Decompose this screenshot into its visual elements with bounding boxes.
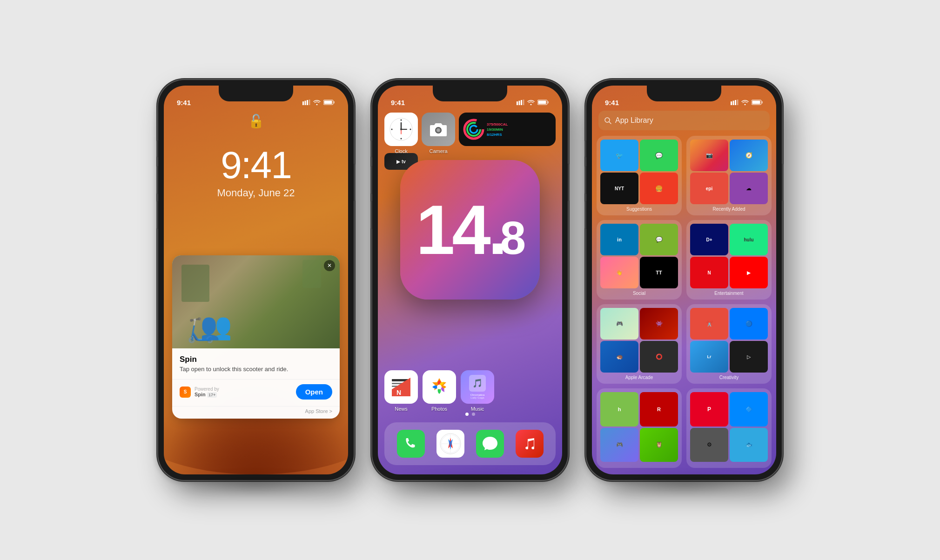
mute-button[interactable] (370, 140, 372, 157)
phone-shadow (606, 475, 762, 494)
svg-rect-46 (731, 101, 732, 105)
notification-image-inner: 🛴 👥 (172, 255, 340, 348)
status-time: 9:41 (391, 99, 405, 107)
social-label: Social (600, 291, 678, 296)
svg-line-55 (609, 122, 611, 124)
messages-dock-icon[interactable] (476, 430, 504, 458)
svg-point-25 (400, 128, 402, 130)
volume-down-button[interactable] (156, 201, 158, 229)
status-time: 9:41 (177, 99, 191, 107)
svg-rect-52 (762, 101, 763, 104)
svg-rect-0 (302, 101, 304, 105)
camera-app[interactable]: Camera (422, 113, 455, 154)
app-dock (384, 422, 556, 465)
svg-rect-1 (305, 101, 306, 106)
volume-up-button[interactable] (584, 166, 586, 194)
svg-point-50 (745, 104, 746, 106)
phone-home-screen: 9:41 (372, 80, 568, 480)
recently-added-label: Recently Added (690, 207, 768, 212)
social-group[interactable]: in 💬 👋 TT Social (597, 220, 682, 300)
music-dock-icon[interactable] (516, 430, 544, 458)
powered-by-text: Powered by Spin 17+ (195, 387, 219, 397)
apple-arcade-group[interactable]: 🎮 👾 🦔 ⭕ Apple Arcade (597, 304, 682, 384)
notification-brand: S Powered by Spin 17+ (180, 387, 219, 398)
open-button[interactable]: Open (296, 384, 332, 400)
svg-rect-14 (548, 101, 549, 104)
volume-down-button[interactable] (370, 201, 372, 229)
svg-rect-2 (307, 100, 308, 105)
music-app[interactable]: 🎵 Chromatica Lady Gaga Music (461, 370, 494, 412)
page-dot-active (465, 413, 469, 416)
notification-footer: S Powered by Spin 17+ Open (172, 379, 340, 406)
phone-lock-screen: 9:41 🔓 9:41 Monday, June 22 🛴 (158, 80, 354, 480)
app-library-search[interactable]: App Library (598, 111, 770, 130)
notch (219, 86, 293, 101)
page-dot (472, 413, 475, 416)
svg-point-4 (316, 104, 318, 106)
status-icons (302, 100, 335, 105)
phone-app-library: 9:41 App Library 🐦 💬 NYT 🍔 Sug (586, 80, 782, 480)
power-button[interactable] (782, 164, 784, 201)
svg-rect-53 (752, 101, 760, 104)
power-button[interactable] (568, 164, 570, 201)
misc-group-1[interactable]: h R 🎮 🦉 (597, 388, 682, 468)
notification-close-button[interactable]: ✕ (324, 260, 335, 271)
svg-point-30 (467, 123, 480, 136)
page-dots (378, 413, 562, 416)
ios14-version-overlay: 14. 8 (400, 160, 540, 300)
volume-up-button[interactable] (156, 166, 158, 194)
entertainment-group[interactable]: D+ hulu N ▶ Entertainment (686, 220, 772, 300)
power-button[interactable] (354, 164, 356, 201)
activity-widget[interactable]: 375/500CAL 19/30MIN 8/12HRS (459, 113, 556, 146)
music-label: Music (471, 406, 484, 412)
svg-rect-48 (735, 100, 736, 105)
svg-rect-49 (737, 100, 739, 105)
notch (433, 86, 507, 101)
app-library-screen: 9:41 App Library 🐦 💬 NYT 🍔 Sug (592, 86, 776, 474)
svg-text:N: N (396, 389, 401, 396)
notification-title: Spin (180, 355, 332, 364)
status-icons (731, 100, 763, 105)
clock-app[interactable]: Clock (384, 113, 418, 154)
svg-rect-3 (309, 100, 310, 105)
notch (647, 86, 721, 101)
ios-version-major: 14. (416, 195, 505, 265)
svg-point-19 (401, 138, 402, 140)
status-icons (517, 100, 549, 105)
apple-arcade-label: Apple Arcade (600, 375, 678, 380)
svg-rect-6 (334, 101, 335, 104)
app-store-link[interactable]: App Store > (172, 406, 340, 419)
misc-group-2[interactable]: P 🔷 ⚙ 🐟 (686, 388, 772, 468)
news-label: News (395, 406, 408, 412)
search-icon (604, 117, 611, 124)
suggestions-group[interactable]: 🐦 💬 NYT 🍔 Suggestions (597, 136, 682, 215)
volume-up-button[interactable] (370, 166, 372, 194)
notification-content: Spin Tap open to unlock this scooter and… (172, 348, 340, 379)
svg-point-38 (437, 385, 442, 389)
photos-label: Photos (431, 406, 447, 412)
creativity-label: Creativity (690, 375, 768, 380)
svg-rect-9 (519, 101, 520, 106)
age-rating: 17+ (207, 392, 217, 398)
top-app-row: Clock Camera (384, 113, 556, 154)
mute-button[interactable] (584, 140, 586, 157)
creativity-group[interactable]: ✂️ 🔵 Lr ▷ Creativity (686, 304, 772, 384)
recently-added-group[interactable]: 📷 🧭 epi ☁ Recently Added (686, 136, 772, 215)
photos-app[interactable]: Photos (423, 370, 456, 412)
ios-version-minor: 8 (500, 214, 524, 261)
svg-rect-47 (733, 101, 734, 106)
status-time: 9:41 (605, 99, 619, 107)
volume-down-button[interactable] (584, 201, 586, 229)
news-app[interactable]: N News (384, 370, 418, 412)
entertainment-label: Entertainment (690, 291, 768, 296)
phone-dock-icon[interactable] (397, 430, 425, 458)
svg-point-28 (437, 129, 440, 132)
notification-image: 🛴 👥 ✕ (172, 255, 340, 348)
svg-rect-7 (324, 101, 332, 104)
mute-button[interactable] (156, 140, 158, 157)
phone-shadow (392, 475, 548, 494)
safari-dock-icon[interactable] (436, 430, 464, 458)
svg-point-12 (530, 104, 532, 106)
notification-body: Tap open to unlock this scooter and ride… (180, 366, 332, 373)
search-placeholder: App Library (615, 116, 653, 125)
